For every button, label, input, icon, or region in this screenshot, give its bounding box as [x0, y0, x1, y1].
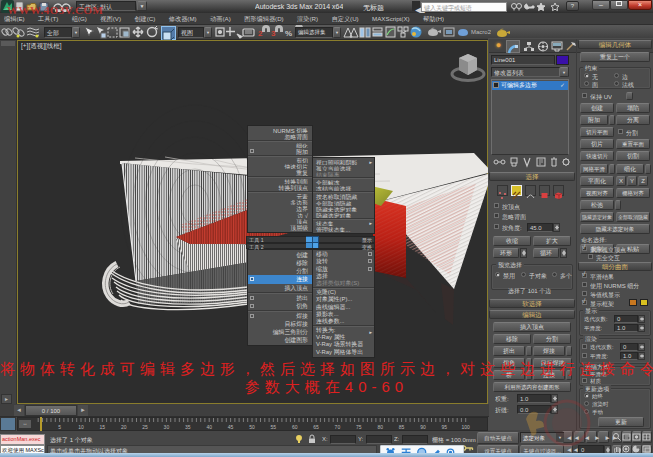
svg-text:15: 15 — [100, 424, 106, 430]
svg-text:90: 90 — [420, 424, 426, 430]
svg-text:85: 85 — [399, 424, 405, 430]
svg-text:80: 80 — [377, 424, 383, 430]
svg-text:%: % — [285, 29, 292, 38]
svg-text:75: 75 — [356, 424, 362, 430]
svg-text:55: 55 — [271, 424, 277, 430]
svg-text:50: 50 — [249, 424, 255, 430]
svg-text:25: 25 — [142, 424, 148, 430]
svg-text:10: 10 — [78, 424, 84, 430]
svg-text:30: 30 — [164, 424, 170, 430]
svg-text:95: 95 — [442, 424, 448, 430]
svg-text:20: 20 — [121, 424, 127, 430]
svg-text:70: 70 — [335, 424, 341, 430]
svg-text:100: 100 — [462, 424, 471, 430]
svg-text:60: 60 — [292, 424, 298, 430]
svg-text:35: 35 — [185, 424, 191, 430]
svg-text:40: 40 — [206, 424, 212, 430]
svg-text:45: 45 — [228, 424, 234, 430]
svg-text:5: 5 — [58, 424, 61, 430]
svg-text:65: 65 — [313, 424, 319, 430]
